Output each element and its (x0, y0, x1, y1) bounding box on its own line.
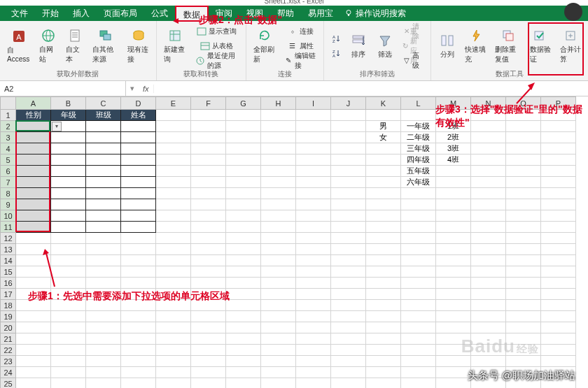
cell-D10[interactable] (121, 210, 156, 222)
cell-C5[interactable] (86, 155, 121, 166)
cell-F20[interactable] (191, 322, 226, 333)
cell-G18[interactable] (226, 300, 261, 311)
cell-H18[interactable] (261, 300, 296, 311)
cell-N6[interactable] (471, 166, 506, 177)
cell-G17[interactable] (226, 289, 261, 300)
cell-L11[interactable] (401, 222, 436, 233)
cell-F6[interactable] (191, 166, 226, 177)
cell-B6[interactable] (51, 166, 86, 177)
row-header-18[interactable]: 18 (1, 300, 16, 311)
cell-I21[interactable] (296, 333, 331, 345)
cell-G24[interactable] (226, 367, 261, 378)
cell-N5[interactable] (471, 155, 506, 166)
cell-K6[interactable] (366, 166, 401, 177)
consolidate-button[interactable]: 合并计算 (557, 24, 584, 68)
cell-G13[interactable] (226, 244, 261, 255)
cell-F19[interactable] (191, 311, 226, 322)
tell-me-search[interactable]: 操作说明搜索 (344, 8, 406, 20)
cell-F9[interactable] (191, 199, 226, 210)
cell-N18[interactable] (471, 300, 506, 311)
cell-F10[interactable] (191, 210, 226, 222)
cell-O9[interactable] (506, 199, 541, 210)
cell-N12[interactable] (471, 233, 506, 244)
cell-N14[interactable] (471, 255, 506, 266)
sort-asc-button[interactable]: AZ (328, 31, 344, 45)
col-header-J[interactable]: J (331, 97, 366, 110)
cell-E6[interactable] (156, 166, 191, 177)
fx-button[interactable]: fx (139, 85, 154, 93)
cell-A10[interactable] (16, 210, 51, 222)
cell-C14[interactable] (86, 255, 121, 266)
cell-N2[interactable] (471, 121, 506, 132)
cell-A19[interactable] (16, 311, 51, 322)
cell-G4[interactable] (226, 143, 261, 155)
cell-I7[interactable] (296, 177, 331, 188)
cell-G7[interactable] (226, 177, 261, 188)
remove-duplicates-button[interactable]: 删除重复值 (492, 24, 524, 68)
cell-C18[interactable] (86, 300, 121, 311)
cell-M24[interactable] (436, 367, 471, 378)
cell-E16[interactable] (156, 278, 191, 289)
cell-I20[interactable] (296, 322, 331, 333)
cell-A7[interactable] (16, 177, 51, 188)
row-header-13[interactable]: 13 (1, 244, 16, 255)
cell-M25[interactable] (436, 378, 471, 389)
row-header-2[interactable]: 2 (1, 121, 16, 132)
cell-C11[interactable] (86, 222, 121, 233)
cell-A4[interactable] (16, 143, 51, 155)
cell-J19[interactable] (331, 311, 366, 322)
cell-I22[interactable] (296, 345, 331, 356)
cell-A24[interactable] (16, 367, 51, 378)
cell-B13[interactable] (51, 244, 86, 255)
cell-K4[interactable] (366, 143, 401, 155)
cell-I3[interactable] (296, 132, 331, 143)
cell-E5[interactable] (156, 155, 191, 166)
cell-H14[interactable] (261, 255, 296, 266)
cell-C21[interactable] (86, 333, 121, 345)
cell-O11[interactable] (506, 222, 541, 233)
cell-F23[interactable] (191, 356, 226, 367)
cell-P21[interactable] (541, 333, 576, 345)
cell-M6[interactable] (436, 166, 471, 177)
cell-I4[interactable] (296, 143, 331, 155)
chevron-down-icon[interactable]: ▾ (130, 84, 134, 93)
cell-D22[interactable] (121, 345, 156, 356)
cell-B7[interactable] (51, 177, 86, 188)
cell-H10[interactable] (261, 210, 296, 222)
cell-D9[interactable] (121, 199, 156, 210)
cell-E9[interactable] (156, 199, 191, 210)
cell-D13[interactable] (121, 244, 156, 255)
cell-H23[interactable] (261, 356, 296, 367)
cell-B24[interactable] (51, 367, 86, 378)
cell-C22[interactable] (86, 345, 121, 356)
cell-F3[interactable] (191, 132, 226, 143)
cell-A22[interactable] (16, 345, 51, 356)
col-header-P[interactable]: P (541, 97, 576, 110)
from-access-button[interactable]: A 自 Access (4, 24, 34, 68)
cell-M19[interactable] (436, 311, 471, 322)
cell-K3[interactable]: 女 (366, 132, 401, 143)
cell-K16[interactable] (366, 278, 401, 289)
cell-B5[interactable] (51, 155, 86, 166)
cell-E13[interactable] (156, 244, 191, 255)
new-query-button[interactable]: 新建查询 (161, 24, 190, 68)
cell-F17[interactable] (191, 289, 226, 300)
row-header-23[interactable]: 23 (1, 356, 16, 367)
col-header-H[interactable]: H (261, 97, 296, 110)
cell-K23[interactable] (366, 356, 401, 367)
cell-D3[interactable] (121, 132, 156, 143)
cell-H9[interactable] (261, 199, 296, 210)
cell-A8[interactable] (16, 188, 51, 199)
cell-L2[interactable]: 一年级 (401, 121, 436, 132)
cell-M17[interactable] (436, 289, 471, 300)
cell-G20[interactable] (226, 322, 261, 333)
cell-M10[interactable] (436, 210, 471, 222)
cell-K10[interactable] (366, 210, 401, 222)
cell-A23[interactable] (16, 356, 51, 367)
cell-H17[interactable] (261, 289, 296, 300)
cell-C1[interactable]: 班级 (86, 110, 121, 121)
cell-K18[interactable] (366, 300, 401, 311)
cell-O2[interactable] (506, 121, 541, 132)
cell-B21[interactable] (51, 333, 86, 345)
cell-G22[interactable] (226, 345, 261, 356)
